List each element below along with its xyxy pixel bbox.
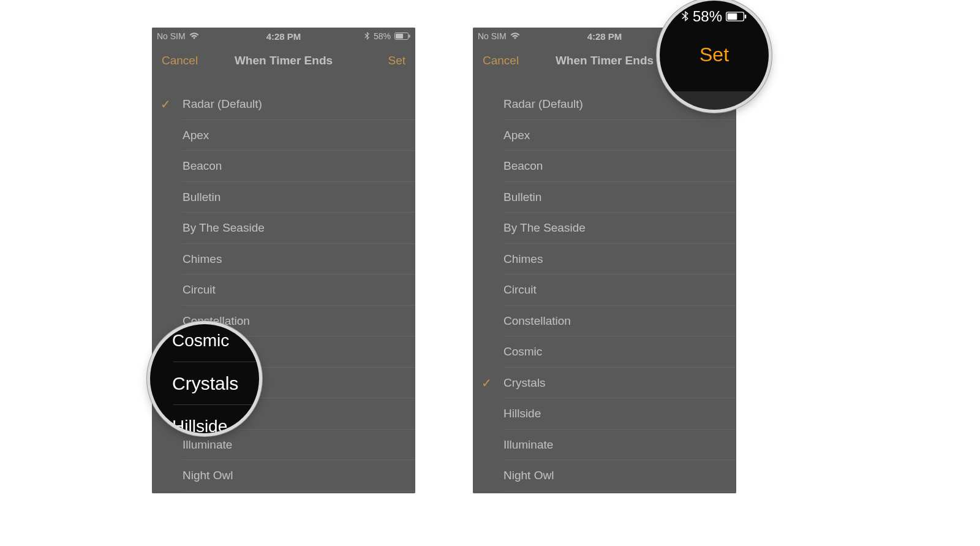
svg-rect-2 xyxy=(409,35,410,38)
sound-row[interactable]: ✓Cosmic xyxy=(473,336,736,368)
cancel-button[interactable]: Cancel xyxy=(483,54,519,67)
lens-status-fragment: 58% xyxy=(660,8,769,25)
sound-row[interactable]: ✓By The Seaside xyxy=(152,213,415,244)
sound-row[interactable]: ✓Constellation xyxy=(473,306,736,337)
sound-row[interactable]: ✓Chimes xyxy=(152,244,415,275)
sound-row[interactable]: ✓Circuit xyxy=(473,275,736,306)
tutorial-two-phone-stage: No SIM 4:28 PM 58% Cancel When Timer End… xyxy=(0,0,980,546)
sound-row[interactable]: ✓Hillside xyxy=(473,398,736,430)
sound-label: Beacon xyxy=(183,159,222,173)
sound-label: Illuminate xyxy=(183,438,232,452)
sound-label: By The Seaside xyxy=(183,221,265,235)
status-bar: No SIM 4:28 PM 58% xyxy=(152,28,415,45)
svg-rect-8 xyxy=(745,15,747,19)
bluetooth-icon xyxy=(364,32,370,40)
sound-row[interactable]: ✓Apex xyxy=(473,120,736,151)
sound-label: Circuit xyxy=(183,283,216,297)
sound-row[interactable]: ✓Circuit xyxy=(152,275,415,306)
sound-row[interactable]: ✓By The Seaside xyxy=(473,213,736,244)
magnifier-lens-set-button: 58% Set xyxy=(660,1,769,110)
magnifier-lens-crystals: Cosmic Crystals Hillside xyxy=(150,324,259,433)
sound-label: Chimes xyxy=(183,252,222,266)
svg-rect-1 xyxy=(396,34,403,39)
sound-label: Illuminate xyxy=(503,438,553,452)
wifi-icon xyxy=(510,32,520,40)
sound-label: Apex xyxy=(183,129,209,142)
sound-row[interactable]: ✓Beacon xyxy=(152,151,415,182)
sound-row[interactable]: ✓Radar (Default) xyxy=(152,89,415,120)
battery-icon xyxy=(726,12,747,21)
sound-label: Hillside xyxy=(503,407,541,420)
sound-row[interactable]: ✓Illuminate xyxy=(152,430,415,461)
sound-label: Constellation xyxy=(503,314,571,328)
sound-row[interactable]: ✓Crystals xyxy=(473,368,736,399)
carrier-label: No SIM xyxy=(157,31,186,41)
cancel-button[interactable]: Cancel xyxy=(162,54,198,67)
sound-row[interactable]: ✓Bulletin xyxy=(152,182,415,213)
checkmark-icon: ✓ xyxy=(481,376,492,390)
sound-label: By The Seaside xyxy=(503,221,586,235)
sound-label: Radar (Default) xyxy=(503,97,583,111)
bluetooth-icon xyxy=(682,10,689,23)
sound-row[interactable]: ✓Beacon xyxy=(473,151,736,182)
lens-row-highlight: Crystals xyxy=(150,362,259,405)
wifi-icon xyxy=(189,32,199,40)
sound-label: Chimes xyxy=(503,252,543,266)
sound-label: Bulletin xyxy=(503,191,541,204)
sound-label: Circuit xyxy=(503,283,537,297)
sound-label: Apex xyxy=(503,129,530,142)
lens-set-button[interactable]: Set xyxy=(660,44,769,66)
sound-row[interactable]: ✓Illuminate xyxy=(473,430,736,461)
sound-label: Cosmic xyxy=(503,345,542,358)
svg-rect-7 xyxy=(728,13,737,20)
set-button[interactable]: Set xyxy=(388,54,405,67)
sound-row[interactable]: ✓Night Owl xyxy=(152,460,415,491)
sound-row[interactable]: ✓Night Owl xyxy=(473,460,736,491)
battery-percent-label: 58% xyxy=(693,8,722,25)
nav-bar: Cancel When Timer Ends Set xyxy=(152,45,415,77)
sound-label: Night Owl xyxy=(183,469,233,482)
sound-label: Night Owl xyxy=(503,469,554,482)
sound-list[interactable]: ✓Radar (Default)✓Apex✓Beacon✓Bulletin✓By… xyxy=(473,89,736,491)
carrier-label: No SIM xyxy=(478,31,507,41)
sound-label: Beacon xyxy=(503,159,543,173)
sound-row[interactable]: ✓Bulletin xyxy=(473,182,736,213)
battery-percent-label: 58% xyxy=(374,31,391,41)
battery-icon xyxy=(394,32,410,40)
checkmark-icon: ✓ xyxy=(160,97,171,112)
section-gap xyxy=(152,77,415,89)
sound-row[interactable]: ✓Chimes xyxy=(473,244,736,275)
sound-row[interactable]: ✓Apex xyxy=(152,120,415,151)
sound-label: Bulletin xyxy=(183,191,221,204)
sound-label: Radar (Default) xyxy=(183,97,262,111)
sound-label: Crystals xyxy=(503,376,546,390)
